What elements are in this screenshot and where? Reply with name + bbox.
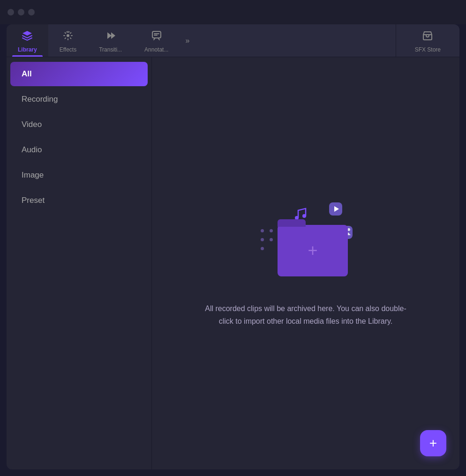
main-content-area: + All recorded clips will be archived he…: [152, 57, 459, 469]
folder-plus-icon: +: [308, 241, 317, 260]
sparkles-icon: [62, 30, 74, 44]
transitions-icon: [105, 30, 116, 44]
tab-annotations[interactable]: Annotat...: [133, 24, 180, 57]
svg-marker-1: [107, 32, 112, 39]
tab-sfx-store[interactable]: SFX Store: [396, 24, 459, 57]
sidebar-item-preset[interactable]: Preset: [10, 188, 148, 213]
add-icon: +: [429, 437, 437, 450]
tab-library-label: Library: [18, 46, 37, 53]
empty-state-description: All recorded clips will be archived here…: [203, 302, 409, 327]
content-area: All Recording Video Audio Image Preset: [7, 57, 459, 469]
store-icon: [422, 30, 433, 44]
tab-library[interactable]: Library: [7, 24, 48, 57]
tab-transitions-label: Transiti...: [99, 46, 122, 53]
main-window: Library Effects: [7, 24, 459, 469]
empty-state-illustration: +: [254, 199, 357, 283]
sidebar: All Recording Video Audio Image Preset: [7, 57, 152, 469]
sidebar-item-audio[interactable]: Audio: [10, 138, 148, 162]
minimize-button[interactable]: [18, 9, 24, 15]
close-button[interactable]: [8, 9, 14, 15]
tab-section-left: Library Effects: [7, 24, 396, 57]
sidebar-item-all[interactable]: All: [10, 62, 148, 86]
annotations-icon: [151, 30, 162, 44]
tab-transitions[interactable]: Transiti...: [88, 24, 133, 57]
sidebar-item-image[interactable]: Image: [10, 163, 148, 187]
tab-bar: Library Effects: [7, 24, 459, 57]
title-bar: [0, 0, 466, 24]
video-play-icon: [328, 201, 343, 219]
maximize-button[interactable]: [28, 9, 35, 15]
layers-icon: [22, 30, 33, 44]
sidebar-item-video[interactable]: Video: [10, 112, 148, 137]
folder-tab: [278, 219, 306, 227]
tab-more-button[interactable]: »: [180, 24, 195, 57]
folder-body: +: [278, 225, 348, 276]
svg-marker-2: [111, 32, 115, 39]
sidebar-item-recording[interactable]: Recording: [10, 87, 148, 112]
tab-annotations-label: Annotat...: [144, 46, 168, 53]
add-media-button[interactable]: +: [420, 430, 446, 456]
dots-decoration: [259, 227, 275, 254]
svg-point-6: [302, 214, 306, 218]
svg-point-0: [67, 34, 69, 37]
tab-effects-label: Effects: [60, 46, 76, 53]
tab-section-right: SFX Store: [396, 24, 459, 57]
tab-effects[interactable]: Effects: [48, 24, 88, 57]
tab-sfx-label: SFX Store: [415, 46, 441, 53]
